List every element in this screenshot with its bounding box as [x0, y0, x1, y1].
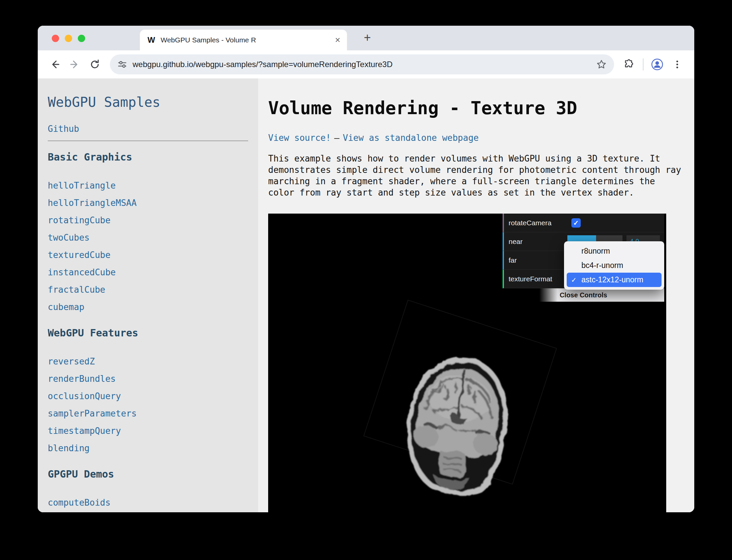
checkbox-check-icon: ✓ [573, 219, 579, 227]
back-button[interactable] [46, 55, 64, 73]
tab-title-wrap: WebGPU Samples - Volume R [161, 35, 332, 45]
address-bar[interactable]: webgpu.github.io/webgpu-samples/?sample=… [110, 54, 614, 74]
links-separator: — [334, 133, 340, 143]
sidebar-item-fractalCube[interactable]: fractalCube [48, 281, 248, 298]
sidebar-divider [48, 141, 248, 141]
selected-check-icon: ✓ [571, 276, 577, 284]
tab-strip: W WebGPU Samples - Volume R × + [38, 26, 694, 50]
toolbar-separator [643, 58, 644, 70]
sidebar-item-helloTriangle[interactable]: helloTriangle [48, 177, 248, 194]
section-heading-basic-graphics: Basic Graphics [48, 151, 248, 163]
close-controls-button[interactable]: Close Controls [503, 288, 664, 302]
bookmark-star-icon [596, 59, 607, 70]
sidebar-item-reversedZ[interactable]: reversedZ [48, 353, 248, 370]
sidebar-item-timestampQuery[interactable]: timestampQuery [48, 422, 248, 440]
sidebar-item-cubemap[interactable]: cubemap [48, 298, 248, 316]
sidebar-item-occlusionQuery[interactable]: occlusionQuery [48, 387, 248, 405]
dat-gui-panel: rotateCamera ✓ near 4.0 [503, 214, 664, 302]
dropdown-option-label: astc-12x12-unorm [581, 275, 643, 284]
tab-title: WebGPU Samples - Volume R [161, 35, 332, 45]
webgpu-favicon-icon: W [147, 35, 156, 45]
rotate-camera-label: rotateCamera [504, 219, 567, 227]
forward-button[interactable] [66, 55, 84, 73]
standalone-link[interactable]: View as standalone webpage [343, 133, 479, 143]
bookmark-button[interactable] [596, 59, 607, 70]
traffic-lights [52, 35, 85, 42]
sidebar-item-texturedCube[interactable]: texturedCube [48, 246, 248, 264]
github-link[interactable]: Github [48, 124, 248, 134]
dropdown-option-bc4-r-unorm[interactable]: bc4-r-unorm [567, 258, 662, 273]
back-arrow-icon [49, 59, 60, 70]
brain-mri-volume-render [385, 346, 529, 500]
sidebar-item-helloTriangleMSAA[interactable]: helloTriangleMSAA [48, 194, 248, 212]
sidebar-title: WebGPU Samples [48, 94, 248, 110]
browser-toolbar: webgpu.github.io/webgpu-samples/?sample=… [38, 50, 694, 78]
page-title: Volume Rendering - Texture 3D [268, 98, 694, 118]
rotate-camera-control: ✓ [567, 214, 664, 232]
sample-links-row: View source!—View as standalone webpage [268, 133, 694, 143]
sidebar-item-computeBoids[interactable]: computeBoids [48, 494, 248, 511]
sidebar: WebGPU Samples Github Basic Graphics hel… [38, 78, 258, 512]
sidebar-item-samplerParameters[interactable]: samplerParameters [48, 405, 248, 422]
extensions-puzzle-icon [623, 59, 635, 70]
sample-description: This example shows how to render volumes… [268, 153, 681, 198]
sidebar-item-twoCubes[interactable]: twoCubes [48, 229, 248, 246]
extensions-button[interactable] [620, 55, 638, 73]
texture-format-dropdown: r8unorm bc4-r-unorm ✓ astc-12x12-unorm [564, 241, 664, 290]
tab-title-fade [308, 35, 332, 45]
minimize-window-button[interactable] [65, 35, 72, 42]
forward-arrow-icon [69, 59, 80, 70]
three-dots-menu-icon [672, 59, 683, 70]
sidebar-item-rotatingCube[interactable]: rotatingCube [48, 212, 248, 229]
browser-tab[interactable]: W WebGPU Samples - Volume R × [140, 30, 347, 50]
browser-window: W WebGPU Samples - Volume R × + [38, 26, 694, 512]
close-window-button[interactable] [52, 35, 59, 42]
dropdown-option-r8unorm[interactable]: r8unorm [567, 244, 662, 258]
new-tab-button[interactable]: + [360, 30, 375, 45]
browser-menu-button[interactable] [668, 55, 686, 73]
sample-main: Volume Rendering - Texture 3D View sourc… [258, 78, 694, 512]
rotate-camera-checkbox[interactable]: ✓ [571, 218, 581, 228]
dropdown-option-astc-12x12-unorm[interactable]: ✓ astc-12x12-unorm [567, 273, 662, 287]
sidebar-item-instancedCube[interactable]: instancedCube [48, 264, 248, 281]
profile-avatar-icon [651, 58, 664, 71]
far-label: far [504, 256, 567, 264]
section-heading-webgpu-features: WebGPU Features [48, 327, 248, 339]
gui-row-rotate-camera: rotateCamera ✓ [503, 214, 664, 232]
near-label: near [504, 238, 567, 246]
view-source-link[interactable]: View source! [268, 133, 331, 143]
section-heading-gpgpu-demos: GPGPU Demos [48, 468, 248, 480]
zoom-window-button[interactable] [78, 35, 85, 42]
texture-format-label: textureFormat [504, 275, 567, 283]
reload-icon [89, 59, 101, 70]
url-text[interactable]: webgpu.github.io/webgpu-samples/?sample=… [133, 60, 392, 69]
page-content: WebGPU Samples Github Basic Graphics hel… [38, 78, 694, 512]
sidebar-item-renderBundles[interactable]: renderBundles [48, 370, 248, 387]
close-tab-icon[interactable]: × [335, 36, 340, 45]
site-settings-tune-icon[interactable] [117, 59, 127, 69]
webgpu-canvas[interactable]: rotateCamera ✓ near 4.0 [268, 214, 666, 512]
profile-button[interactable] [648, 55, 666, 73]
sidebar-item-blending[interactable]: blending [48, 440, 248, 457]
reload-button[interactable] [86, 55, 104, 73]
